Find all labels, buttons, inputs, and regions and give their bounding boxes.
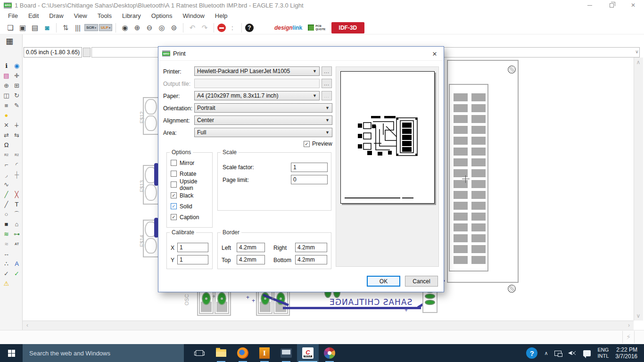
ulp-button[interactable]: ULP▾	[99, 24, 112, 31]
menu-draw[interactable]: Draw	[44, 11, 68, 21]
zoom-select-icon[interactable]: ◎	[156, 22, 167, 33]
menu-window[interactable]: Window	[178, 11, 210, 21]
calibrate-y-input[interactable]	[177, 255, 208, 264]
save-icon[interactable]: ▣	[17, 22, 28, 33]
drop-marker-icon[interactable]: ⇅	[60, 22, 71, 33]
taskbar-impact[interactable]: I	[254, 344, 275, 362]
move-tool[interactable]: ⊕	[1, 81, 11, 90]
stop-icon[interactable]	[217, 24, 226, 32]
smash-tool[interactable]: ⌐	[1, 160, 11, 169]
via-tool[interactable]: ≋	[1, 230, 11, 239]
group-tool[interactable]: ■	[1, 101, 11, 110]
polygon-tool[interactable]: ⌂	[12, 220, 22, 229]
menu-tools[interactable]: Tools	[92, 11, 117, 21]
network-icon[interactable]	[554, 351, 561, 356]
ok-button[interactable]: OK	[367, 276, 400, 287]
pcb-quote-logo[interactable]: PCBQUOTE	[308, 25, 325, 31]
v-scrollbar[interactable]	[634, 58, 643, 321]
text-tool[interactable]: T	[12, 200, 22, 209]
print-dialog-titlebar[interactable]: BRD Print	[158, 47, 444, 61]
paper-select[interactable]: A4 (210x297 mm, 8.3x11.7 inch)▼	[194, 91, 320, 100]
rect-tool[interactable]: ■	[1, 220, 11, 229]
minimize-button[interactable]	[579, 0, 601, 10]
taskbar-search-input[interactable]: Search the web and Windows	[23, 344, 184, 362]
attribute-tool[interactable]: AT	[12, 239, 22, 248]
show-tool[interactable]: ◉	[12, 61, 22, 70]
wire-tool[interactable]: ╱	[1, 200, 11, 209]
scale-factor-input[interactable]	[291, 163, 328, 172]
meander-tool[interactable]: ∿	[1, 180, 11, 189]
clock[interactable]: 2:22 PM3/7/2016	[615, 346, 637, 360]
scroll-left-icon[interactable]: ‹	[24, 321, 31, 329]
miter-tool[interactable]: ◜	[12, 160, 22, 169]
output-file-browse-button[interactable]: ...	[322, 79, 332, 88]
language-indicator[interactable]: ENGINTL	[597, 347, 609, 359]
optimize-tool[interactable]: ┼	[12, 170, 22, 179]
idf-3d-button[interactable]: IDF-3D	[331, 22, 365, 33]
route-tool[interactable]: ╱	[1, 190, 11, 199]
paint-tool[interactable]: ●	[1, 111, 11, 120]
script-button[interactable]: SCR▾	[84, 24, 98, 31]
orientation-select[interactable]: Portrait▼	[194, 103, 332, 113]
autorouter-tool[interactable]: A	[12, 259, 22, 268]
delete-tool[interactable]: ✕	[1, 121, 11, 130]
signal-tool[interactable]: ⊶	[12, 230, 22, 239]
scroll-up-icon[interactable]: ∧	[635, 58, 642, 66]
name-tool[interactable]: R2	[1, 150, 11, 159]
mirror-tool[interactable]: ◫	[1, 91, 11, 100]
pinswap-tool[interactable]: ⇄	[1, 131, 11, 140]
copy-tool[interactable]: ⊞	[12, 81, 22, 90]
h-scrollbar[interactable]	[23, 321, 634, 330]
command-history-chevron-icon[interactable]: ∨	[634, 49, 640, 56]
border-right-input[interactable]	[295, 243, 327, 252]
taskbar-task-view[interactable]	[189, 344, 210, 362]
rotate-tool[interactable]: ↻	[12, 91, 22, 100]
scroll-down-icon[interactable]: ∨	[635, 312, 642, 320]
alignment-select[interactable]: Center▼	[194, 115, 332, 125]
replace-tool[interactable]: ⇆	[12, 131, 22, 140]
menu-library[interactable]: Library	[117, 11, 146, 21]
zoom-out-icon[interactable]: ⊖	[144, 22, 155, 33]
zoom-in-icon[interactable]: ⊕	[132, 22, 143, 33]
info-tool[interactable]: ℹ	[1, 61, 11, 70]
designlink-logo[interactable]: designlink	[274, 25, 302, 31]
warning-tool[interactable]: ⚠	[1, 279, 11, 288]
zoom-redraw-icon[interactable]: ⊜	[168, 22, 180, 33]
dimension-tool[interactable]: ↔	[1, 249, 11, 258]
volume-muted-icon[interactable]	[568, 350, 577, 356]
printer-browse-button[interactable]: ...	[322, 66, 332, 76]
zoom-fit-icon[interactable]: ◉	[119, 22, 131, 33]
paper-browse-button[interactable]: ...	[322, 91, 332, 100]
menu-file[interactable]: File	[3, 11, 23, 21]
grid-button[interactable]: ▦	[4, 36, 15, 46]
page-limit-input[interactable]	[291, 175, 328, 184]
scroll-right-icon[interactable]: ›	[625, 321, 633, 329]
ratsnest-tool[interactable]: ∴	[1, 259, 11, 268]
restore-button[interactable]	[601, 0, 622, 10]
output-file-input[interactable]	[194, 79, 320, 88]
layer-settings-tool[interactable]: ▤	[1, 71, 11, 80]
help-tray-icon[interactable]: ?	[526, 347, 537, 359]
taskbar-eagle[interactable]: CEAGLE	[297, 344, 319, 362]
arc-tool[interactable]: ⌒	[12, 210, 22, 219]
value-tool[interactable]: R2	[12, 150, 22, 159]
open-board-icon[interactable]: ❏	[5, 22, 16, 33]
help-icon[interactable]: ?	[245, 24, 254, 32]
menu-options[interactable]: Options	[146, 11, 178, 21]
menu-help[interactable]: Help	[210, 11, 233, 21]
add-tool[interactable]: ∔	[12, 121, 22, 130]
menu-edit[interactable]: Edit	[23, 11, 44, 21]
area-select[interactable]: Full▼	[194, 128, 332, 137]
errors-tool[interactable]: ✓	[12, 269, 22, 278]
split-tool[interactable]: ◞	[1, 170, 11, 179]
undo-icon[interactable]: ↶	[187, 22, 198, 33]
traffic-light-icon[interactable]: :	[227, 22, 238, 33]
print-icon[interactable]: ▤	[29, 22, 41, 33]
display-layers-icon[interactable]: |||	[72, 22, 83, 33]
hole-tool[interactable]: ≈	[1, 239, 11, 248]
calibrate-x-input[interactable]	[177, 243, 208, 252]
export-image-icon[interactable]: ◙	[41, 22, 53, 33]
notifications-icon[interactable]	[583, 350, 591, 356]
taskbar-file-explorer[interactable]	[210, 344, 232, 362]
option-caption-checkbox[interactable]: ✓Caption	[167, 212, 212, 222]
